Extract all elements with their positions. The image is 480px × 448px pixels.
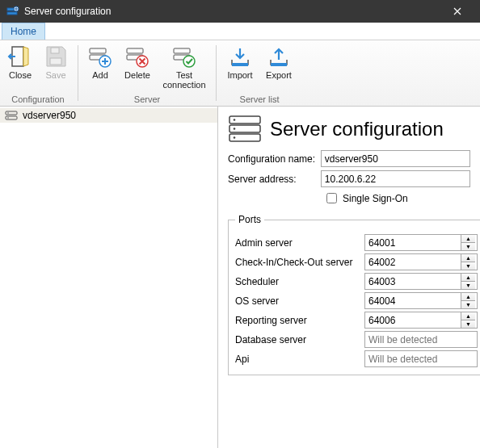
ribbon-tabstrip: Home bbox=[0, 23, 480, 40]
cico-port-stepper[interactable]: ▲▼ bbox=[364, 253, 478, 270]
label-cico-port: Check-In/Check-Out server bbox=[235, 257, 364, 268]
label-db-port: Database server bbox=[235, 334, 364, 345]
ribbon-group-label-server: Server bbox=[134, 94, 160, 106]
app-icon bbox=[6, 5, 19, 18]
add-button[interactable]: Add bbox=[83, 42, 117, 90]
svg-rect-18 bbox=[6, 116, 17, 119]
close-icon bbox=[453, 7, 461, 15]
ribbon-group-serverlist: Import Export Server list bbox=[218, 40, 301, 106]
spin-up-icon[interactable]: ▲ bbox=[461, 274, 475, 282]
test-connection-button[interactable]: Test connection bbox=[158, 42, 211, 90]
import-button[interactable]: Import bbox=[221, 42, 259, 90]
server-tree[interactable]: vdserver950 bbox=[0, 107, 218, 448]
window-title: Server configuration bbox=[24, 6, 111, 17]
ports-legend: Ports bbox=[235, 214, 264, 225]
ribbon-group-server: Add Delete Test connection Server bbox=[80, 40, 214, 106]
ribbon: Close Save Configuration Add bbox=[0, 40, 480, 107]
report-port-stepper[interactable]: ▲▼ bbox=[364, 312, 478, 329]
spin-down-icon[interactable]: ▼ bbox=[461, 320, 475, 328]
door-exit-icon bbox=[7, 44, 33, 69]
svg-rect-15 bbox=[232, 63, 248, 66]
db-port-field bbox=[364, 331, 478, 348]
server-check-icon bbox=[171, 44, 197, 69]
spin-up-icon[interactable]: ▲ bbox=[461, 293, 475, 301]
spin-down-icon[interactable]: ▼ bbox=[461, 243, 475, 250]
tree-item-label: vdserver950 bbox=[23, 110, 76, 121]
svg-rect-1 bbox=[7, 12, 17, 15]
import-icon bbox=[227, 44, 253, 69]
floppy-disk-icon bbox=[43, 44, 69, 69]
svg-rect-12 bbox=[174, 48, 190, 53]
body: vdserver950 Server configuration Configu… bbox=[0, 107, 480, 448]
window-close-button[interactable] bbox=[441, 0, 474, 23]
label-report-port: Reporting server bbox=[235, 315, 364, 326]
main-panel: Server configuration Configuration name:… bbox=[218, 107, 480, 448]
spin-up-icon[interactable]: ▲ bbox=[461, 312, 475, 320]
label-sched-port: Scheduler bbox=[235, 276, 364, 287]
config-name-field[interactable] bbox=[321, 150, 470, 167]
page-title: Server configuration bbox=[270, 118, 444, 140]
spin-down-icon[interactable]: ▼ bbox=[461, 282, 475, 289]
server-address-field[interactable] bbox=[321, 170, 470, 187]
ribbon-group-label-configuration: Configuration bbox=[11, 94, 64, 106]
cico-port-input[interactable] bbox=[365, 254, 461, 270]
ports-group: Ports Admin server ▲▼ Check-In/Check-Out… bbox=[228, 214, 480, 375]
sso-checkbox[interactable] bbox=[326, 193, 337, 203]
label-server-address: Server address: bbox=[228, 174, 321, 185]
report-port-input[interactable] bbox=[365, 312, 461, 328]
server-add-icon bbox=[87, 44, 113, 69]
label-admin-port: Admin server bbox=[235, 237, 364, 249]
svg-rect-5 bbox=[51, 48, 59, 53]
ribbon-group-label-serverlist: Server list bbox=[240, 94, 280, 106]
os-port-input[interactable] bbox=[365, 293, 461, 308]
api-port-field bbox=[364, 350, 478, 367]
server-icon bbox=[5, 111, 18, 120]
panel-header: Server configuration bbox=[228, 115, 470, 144]
label-sso: Single Sign-On bbox=[343, 193, 408, 204]
os-port-stepper[interactable]: ▲▼ bbox=[364, 292, 478, 309]
ribbon-separator bbox=[78, 45, 78, 101]
svg-rect-4 bbox=[50, 58, 61, 65]
ribbon-group-configuration: Close Save Configuration bbox=[0, 40, 76, 106]
label-config-name: Configuration name: bbox=[228, 153, 321, 165]
svg-point-19 bbox=[7, 112, 9, 114]
spin-up-icon[interactable]: ▲ bbox=[461, 235, 475, 243]
svg-point-20 bbox=[7, 117, 9, 119]
server-delete-icon bbox=[124, 44, 150, 69]
save-button: Save bbox=[39, 42, 73, 90]
scheduler-port-stepper[interactable]: ▲▼ bbox=[364, 273, 478, 290]
delete-button[interactable]: Delete bbox=[119, 42, 156, 90]
server-large-icon bbox=[228, 115, 262, 144]
admin-port-stepper[interactable]: ▲▼ bbox=[364, 234, 478, 251]
spin-down-icon[interactable]: ▼ bbox=[461, 301, 475, 308]
ribbon-separator bbox=[216, 45, 217, 101]
svg-rect-17 bbox=[6, 111, 17, 115]
spin-down-icon[interactable]: ▼ bbox=[461, 262, 475, 270]
label-os-port: OS server bbox=[235, 295, 364, 307]
scheduler-port-input[interactable] bbox=[365, 274, 461, 289]
svg-point-26 bbox=[234, 136, 236, 139]
svg-rect-16 bbox=[271, 63, 287, 66]
close-button[interactable]: Close bbox=[3, 42, 37, 90]
export-button[interactable]: Export bbox=[260, 42, 297, 90]
svg-rect-9 bbox=[127, 48, 143, 53]
export-icon bbox=[266, 44, 292, 69]
spin-up-icon[interactable]: ▲ bbox=[461, 254, 475, 262]
svg-point-24 bbox=[234, 119, 236, 121]
tree-item[interactable]: vdserver950 bbox=[0, 108, 217, 123]
titlebar: Server configuration bbox=[0, 0, 480, 23]
svg-rect-6 bbox=[90, 48, 106, 53]
admin-port-input[interactable] bbox=[365, 235, 461, 250]
tab-home[interactable]: Home bbox=[2, 23, 45, 40]
svg-point-25 bbox=[234, 128, 236, 130]
label-api-port: Api bbox=[235, 354, 364, 365]
